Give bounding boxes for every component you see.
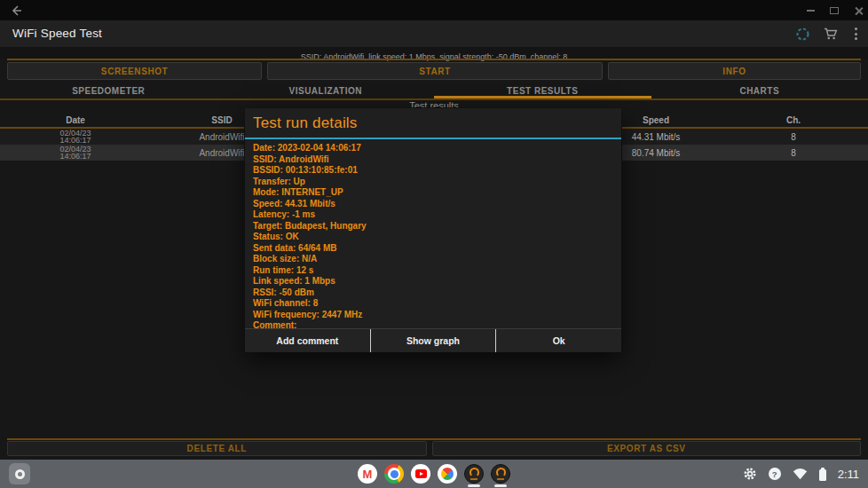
tab-charts[interactable]: CHARTS [651, 83, 868, 98]
detail-wifi-channel: WiFi channel: 8 [253, 298, 613, 310]
row-channel: 8 [726, 148, 861, 158]
detail-wifi-frequency: WiFi frequency: 2447 MHz [253, 310, 613, 321]
dialog-title: Test run details [245, 108, 621, 138]
google-photos-icon[interactable] [438, 464, 457, 484]
settings-icon[interactable] [743, 467, 757, 481]
detail-status: Status: OK [253, 232, 613, 243]
back-icon[interactable] [9, 4, 23, 18]
app-title: WiFi Speed Test [12, 27, 102, 40]
sync-icon[interactable] [795, 27, 810, 42]
col-header-ch: Ch. [726, 115, 861, 125]
overflow-menu-icon[interactable] [851, 26, 861, 42]
close-icon[interactable] [854, 6, 863, 15]
wifi-speed-test-app-icon[interactable] [464, 464, 484, 484]
minimize-icon[interactable] [807, 10, 815, 12]
wifi-speed-test-app-icon[interactable] [491, 464, 510, 484]
window-controls [807, 0, 863, 20]
dialog-body: Date: 2023-02-04 14:06:17 SSID: AndroidW… [245, 139, 621, 332]
action-row: SCREENSHOT START INFO [0, 62, 868, 80]
detail-link-speed: Link speed: 1 Mbps [253, 276, 613, 287]
gmail-icon[interactable]: M [358, 464, 377, 484]
detail-run-time: Run time: 12 s [253, 265, 613, 277]
detail-rssi: RSSI: -50 dBm [253, 287, 613, 299]
maximize-icon[interactable] [830, 7, 839, 14]
row-date: 02/04/2314:06:17 [0, 146, 151, 161]
detail-speed: Speed: 44.31 Mbit/s [253, 199, 613, 210]
tab-visualization[interactable]: VISUALIZATION [217, 83, 435, 98]
row-channel: 8 [726, 132, 861, 142]
ssid-info-strip: SSID: AndroidWifi, link speed: 1 Mbps, s… [0, 47, 868, 59]
running-indicator [468, 484, 480, 487]
row-date: 02/04/2314:06:17 [0, 130, 151, 145]
screenshot-button[interactable]: SCREENSHOT [7, 62, 262, 80]
add-comment-button[interactable]: Add comment [245, 329, 370, 352]
export-csv-button[interactable]: EXPORT AS CSV [432, 441, 861, 456]
detail-target: Target: Budapest, Hungary [253, 221, 613, 232]
tab-speedometer[interactable]: SPEEDOMETER [0, 83, 217, 98]
youtube-icon[interactable] [411, 464, 430, 484]
divider [7, 59, 861, 60]
detail-block-size: Block size: N/A [253, 254, 613, 265]
detail-date: Date: 2023-02-04 14:06:17 [253, 143, 613, 154]
taskbar: M ? [0, 460, 868, 488]
tab-bar: SPEEDOMETER VISUALIZATION TEST RESULTS C… [0, 83, 868, 100]
delete-all-button[interactable]: DELETE ALL [7, 441, 427, 456]
dialog-button-bar: Add comment Show graph Ok [245, 328, 621, 352]
detail-bssid: BSSID: 00:13:10:85:fe:01 [253, 165, 613, 177]
help-icon[interactable]: ? [769, 468, 781, 480]
cart-icon[interactable] [824, 28, 838, 41]
info-button[interactable]: INFO [608, 62, 861, 80]
dock: M [358, 464, 510, 484]
ok-button[interactable]: Ok [495, 329, 621, 352]
clock[interactable]: 2:11 [838, 468, 859, 481]
battery-icon[interactable] [819, 469, 826, 481]
tab-test-results[interactable]: TEST RESULTS [434, 83, 651, 98]
start-button[interactable]: START [267, 62, 603, 80]
bottom-action-row: DELETE ALL EXPORT AS CSV [0, 441, 868, 456]
screen: WiFi Speed Test SSID: AndroidWifi, link … [0, 0, 868, 488]
wifi-icon[interactable] [793, 468, 808, 480]
running-indicator [494, 484, 507, 487]
detail-latency: Latency: -1 ms [253, 209, 613, 221]
app-bar: WiFi Speed Test [0, 20, 868, 47]
detail-mode: Mode: INTERNET_UP [253, 187, 613, 199]
chrome-icon[interactable] [384, 464, 404, 484]
test-run-details-dialog: Test run details Date: 2023-02-04 14:06:… [245, 108, 621, 352]
detail-ssid: SSID: AndroidWifi [253, 154, 613, 166]
app-bar-icons [795, 20, 861, 47]
launcher-icon[interactable] [9, 463, 30, 484]
show-graph-button[interactable]: Show graph [370, 329, 496, 352]
detail-sent-data: Sent data: 64/64 MB [253, 243, 613, 255]
col-header-date: Date [0, 115, 151, 125]
caption-bar [0, 0, 868, 20]
divider [7, 438, 861, 440]
detail-transfer: Transfer: Up [253, 177, 613, 188]
system-tray[interactable]: ? 2:11 [743, 460, 859, 488]
